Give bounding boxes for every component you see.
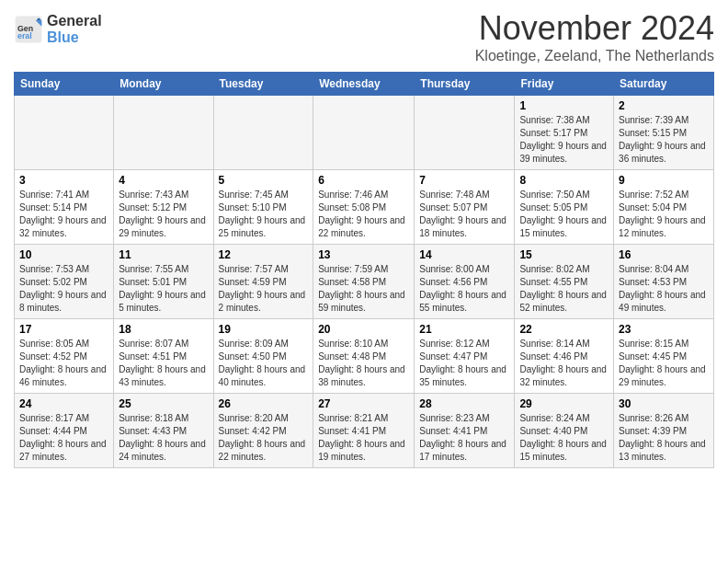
day-number: 8 [519, 174, 609, 187]
calendar-table: Sunday Monday Tuesday Wednesday Thursday… [14, 72, 714, 468]
calendar-cell [15, 96, 114, 170]
calendar-cell: 23Sunrise: 8:15 AM Sunset: 4:45 PM Dayli… [614, 319, 714, 394]
calendar-cell: 13Sunrise: 7:59 AM Sunset: 4:58 PM Dayli… [313, 245, 415, 319]
day-info: Sunrise: 8:07 AM Sunset: 4:51 PM Dayligh… [119, 339, 206, 387]
calendar-week-3: 17Sunrise: 8:05 AM Sunset: 4:52 PM Dayli… [15, 319, 714, 394]
calendar-cell [213, 96, 313, 170]
calendar-cell [415, 96, 515, 170]
day-info: Sunrise: 7:41 AM Sunset: 5:14 PM Dayligh… [19, 190, 107, 238]
calendar-week-4: 24Sunrise: 8:17 AM Sunset: 4:44 PM Dayli… [15, 394, 714, 468]
day-info: Sunrise: 7:45 AM Sunset: 5:10 PM Dayligh… [219, 190, 306, 238]
day-number: 29 [519, 397, 609, 410]
calendar-header: Sunday Monday Tuesday Wednesday Thursday… [15, 73, 714, 96]
day-info: Sunrise: 8:21 AM Sunset: 4:41 PM Dayligh… [318, 413, 405, 462]
day-info: Sunrise: 7:53 AM Sunset: 5:02 PM Dayligh… [19, 264, 107, 313]
day-number: 23 [619, 323, 709, 336]
calendar-cell: 4Sunrise: 7:43 AM Sunset: 5:12 PM Daylig… [114, 170, 213, 245]
day-number: 20 [318, 323, 409, 336]
logo: Gen eral General Blue [14, 13, 102, 45]
day-info: Sunrise: 8:09 AM Sunset: 4:50 PM Dayligh… [219, 339, 306, 387]
calendar-cell: 29Sunrise: 8:24 AM Sunset: 4:40 PM Dayli… [515, 394, 614, 468]
day-info: Sunrise: 7:59 AM Sunset: 4:58 PM Dayligh… [318, 264, 405, 313]
day-number: 19 [219, 323, 309, 336]
calendar-cell: 12Sunrise: 7:57 AM Sunset: 4:59 PM Dayli… [213, 245, 313, 319]
day-info: Sunrise: 8:17 AM Sunset: 4:44 PM Dayligh… [19, 413, 107, 462]
location-subtitle: Kloetinge, Zeeland, The Netherlands [475, 48, 714, 64]
calendar-cell: 1Sunrise: 7:38 AM Sunset: 5:17 PM Daylig… [515, 96, 614, 170]
calendar-cell: 26Sunrise: 8:20 AM Sunset: 4:42 PM Dayli… [213, 394, 313, 468]
calendar-cell: 19Sunrise: 8:09 AM Sunset: 4:50 PM Dayli… [213, 319, 313, 394]
day-info: Sunrise: 8:26 AM Sunset: 4:39 PM Dayligh… [619, 413, 706, 462]
day-info: Sunrise: 7:38 AM Sunset: 5:17 PM Dayligh… [519, 115, 607, 164]
calendar-container: Gen eral General Blue November 2024 Kloe… [0, 0, 728, 477]
calendar-week-2: 10Sunrise: 7:53 AM Sunset: 5:02 PM Dayli… [15, 245, 714, 319]
day-info: Sunrise: 8:02 AM Sunset: 4:55 PM Dayligh… [519, 264, 607, 313]
calendar-body: 1Sunrise: 7:38 AM Sunset: 5:17 PM Daylig… [15, 96, 714, 468]
day-number: 17 [19, 323, 108, 336]
calendar-cell: 25Sunrise: 8:18 AM Sunset: 4:43 PM Dayli… [114, 394, 213, 468]
day-number: 5 [219, 174, 309, 187]
day-info: Sunrise: 7:46 AM Sunset: 5:08 PM Dayligh… [318, 190, 405, 238]
calendar-cell: 14Sunrise: 8:00 AM Sunset: 4:56 PM Dayli… [415, 245, 515, 319]
day-number: 4 [119, 174, 208, 187]
logo-blue: Blue [47, 29, 102, 46]
header-thursday: Thursday [415, 73, 515, 96]
day-number: 7 [419, 174, 509, 187]
calendar-cell: 17Sunrise: 8:05 AM Sunset: 4:52 PM Dayli… [15, 319, 114, 394]
day-info: Sunrise: 8:14 AM Sunset: 4:46 PM Dayligh… [519, 339, 607, 387]
day-info: Sunrise: 7:52 AM Sunset: 5:04 PM Dayligh… [619, 190, 706, 238]
calendar-cell: 5Sunrise: 7:45 AM Sunset: 5:10 PM Daylig… [213, 170, 313, 245]
day-info: Sunrise: 7:43 AM Sunset: 5:12 PM Dayligh… [119, 190, 206, 238]
day-number: 11 [119, 248, 208, 261]
day-info: Sunrise: 7:57 AM Sunset: 4:59 PM Dayligh… [219, 264, 306, 313]
day-number: 25 [119, 397, 208, 410]
calendar-week-0: 1Sunrise: 7:38 AM Sunset: 5:17 PM Daylig… [15, 96, 714, 170]
day-number: 9 [619, 174, 709, 187]
calendar-cell: 7Sunrise: 7:48 AM Sunset: 5:07 PM Daylig… [415, 170, 515, 245]
day-info: Sunrise: 7:48 AM Sunset: 5:07 PM Dayligh… [419, 190, 506, 238]
day-number: 28 [419, 397, 509, 410]
calendar-cell: 30Sunrise: 8:26 AM Sunset: 4:39 PM Dayli… [614, 394, 714, 468]
day-number: 18 [119, 323, 208, 336]
header-monday: Monday [114, 73, 213, 96]
header-tuesday: Tuesday [213, 73, 313, 96]
header: Gen eral General Blue November 2024 Kloe… [14, 9, 714, 64]
day-number: 27 [318, 397, 409, 410]
header-wednesday: Wednesday [313, 73, 415, 96]
header-saturday: Saturday [614, 73, 714, 96]
day-info: Sunrise: 8:10 AM Sunset: 4:48 PM Dayligh… [318, 339, 405, 387]
day-number: 16 [619, 248, 709, 261]
day-number: 1 [519, 99, 609, 112]
logo-general: General [47, 13, 102, 29]
day-info: Sunrise: 8:20 AM Sunset: 4:42 PM Dayligh… [219, 413, 306, 462]
header-friday: Friday [515, 73, 614, 96]
calendar-cell: 11Sunrise: 7:55 AM Sunset: 5:01 PM Dayli… [114, 245, 213, 319]
calendar-cell: 6Sunrise: 7:46 AM Sunset: 5:08 PM Daylig… [313, 170, 415, 245]
day-number: 12 [219, 248, 309, 261]
month-title: November 2024 [475, 9, 714, 48]
day-number: 21 [419, 323, 509, 336]
calendar-cell [114, 96, 213, 170]
logo-text: General Blue [47, 13, 102, 45]
title-block: November 2024 Kloetinge, Zeeland, The Ne… [475, 9, 714, 64]
day-info: Sunrise: 7:55 AM Sunset: 5:01 PM Dayligh… [119, 264, 206, 313]
calendar-cell: 15Sunrise: 8:02 AM Sunset: 4:55 PM Dayli… [515, 245, 614, 319]
calendar-cell: 27Sunrise: 8:21 AM Sunset: 4:41 PM Dayli… [313, 394, 415, 468]
day-number: 30 [619, 397, 709, 410]
calendar-cell: 9Sunrise: 7:52 AM Sunset: 5:04 PM Daylig… [614, 170, 714, 245]
calendar-cell: 22Sunrise: 8:14 AM Sunset: 4:46 PM Dayli… [515, 319, 614, 394]
day-info: Sunrise: 7:39 AM Sunset: 5:15 PM Dayligh… [619, 115, 706, 164]
calendar-cell: 21Sunrise: 8:12 AM Sunset: 4:47 PM Dayli… [415, 319, 515, 394]
calendar-cell: 10Sunrise: 7:53 AM Sunset: 5:02 PM Dayli… [15, 245, 114, 319]
calendar-week-1: 3Sunrise: 7:41 AM Sunset: 5:14 PM Daylig… [15, 170, 714, 245]
day-number: 26 [219, 397, 309, 410]
day-number: 10 [19, 248, 108, 261]
day-number: 22 [519, 323, 609, 336]
logo-icon: Gen eral [14, 15, 43, 44]
calendar-cell: 20Sunrise: 8:10 AM Sunset: 4:48 PM Dayli… [313, 319, 415, 394]
day-info: Sunrise: 8:24 AM Sunset: 4:40 PM Dayligh… [519, 413, 607, 462]
day-number: 15 [519, 248, 609, 261]
day-info: Sunrise: 8:05 AM Sunset: 4:52 PM Dayligh… [19, 339, 107, 387]
day-number: 6 [318, 174, 409, 187]
day-info: Sunrise: 8:18 AM Sunset: 4:43 PM Dayligh… [119, 413, 206, 462]
